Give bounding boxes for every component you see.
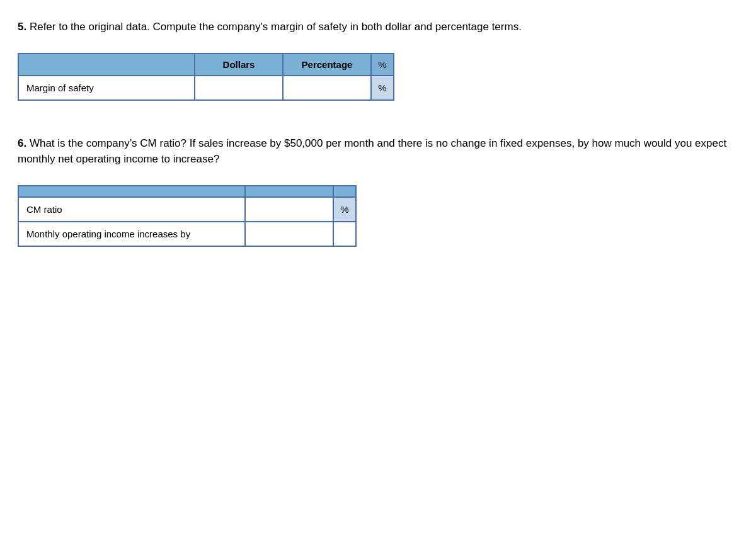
q6-cm-cell[interactable] — [245, 197, 333, 222]
q5-dollars-input[interactable] — [203, 81, 275, 94]
question5-number: 5. — [18, 21, 26, 33]
table-row: Margin of safety % — [18, 76, 394, 100]
q6-header-value — [245, 186, 333, 197]
question6-text: 6. What is the company’s CM ratio? If sa… — [18, 135, 738, 167]
question6-number: 6. — [18, 137, 26, 149]
q6-income-cell[interactable] — [245, 222, 333, 246]
q5-header-pct: % — [371, 54, 394, 76]
q5-header-dollars: Dollars — [195, 54, 283, 76]
q6-cm-input[interactable] — [253, 203, 325, 216]
q6-header-empty — [18, 186, 245, 197]
q6-header-pct — [333, 186, 356, 197]
table-row: Monthly operating income increases by — [18, 222, 356, 246]
question5-table-container: Dollars Percentage % Margin of safety % — [18, 53, 738, 101]
q5-percentage-input[interactable] — [291, 81, 363, 94]
q5-pct-sign: % — [371, 76, 394, 100]
question6-table: CM ratio % Monthly operating income incr… — [18, 185, 357, 247]
q6-cm-label: CM ratio — [18, 197, 245, 222]
q5-percentage-cell[interactable] — [283, 76, 371, 100]
question5-header-row: Dollars Percentage % — [18, 54, 394, 76]
table-row: CM ratio % — [18, 197, 356, 222]
q6-income-pct — [333, 222, 356, 246]
q5-header-percentage: Percentage — [283, 54, 371, 76]
q6-cm-pct: % — [333, 197, 356, 222]
question6-header-row — [18, 186, 356, 197]
q6-income-input[interactable] — [253, 227, 325, 241]
question5-table: Dollars Percentage % Margin of safety % — [18, 53, 394, 101]
question6-table-container: CM ratio % Monthly operating income incr… — [18, 185, 738, 247]
q5-header-empty — [18, 54, 195, 76]
q5-margin-label: Margin of safety — [18, 76, 195, 100]
q5-dollars-cell[interactable] — [195, 76, 283, 100]
question5-text: 5. Refer to the original data. Compute t… — [18, 19, 738, 35]
q6-income-label: Monthly operating income increases by — [18, 222, 245, 246]
